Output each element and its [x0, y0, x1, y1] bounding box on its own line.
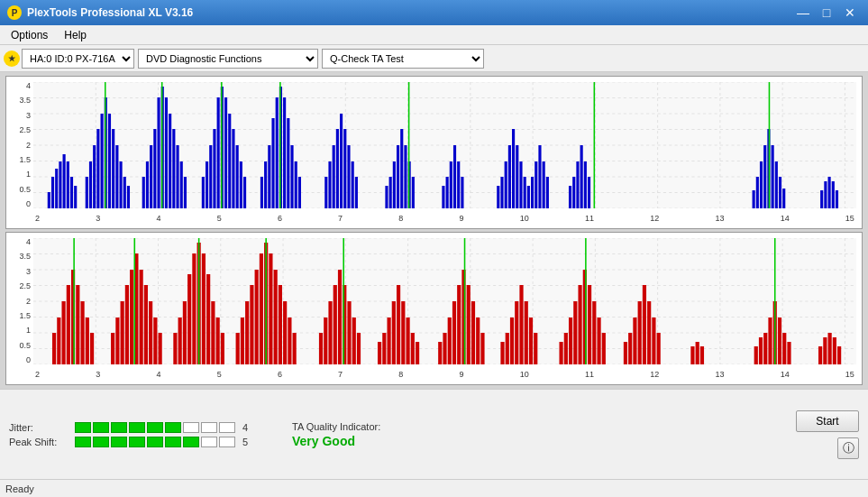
function-dropdown[interactable]: DVD Diagnostic Functions: [138, 49, 318, 69]
svg-rect-38: [115, 145, 118, 208]
svg-rect-81: [340, 114, 343, 208]
svg-rect-255: [633, 318, 636, 364]
svg-rect-45: [153, 129, 156, 208]
peakshift-bar: [75, 437, 235, 447]
svg-rect-266: [763, 333, 767, 364]
y-label-4b: 4: [26, 238, 31, 246]
minimize-button[interactable]: —: [792, 5, 814, 21]
svg-rect-245: [569, 318, 572, 364]
svg-rect-68: [268, 145, 270, 208]
bottom-chart-y-axis: 4 3.5 3 2.5 2 1.5 1 0.5 0: [6, 238, 33, 364]
svg-rect-175: [125, 285, 129, 364]
svg-rect-83: [347, 145, 350, 208]
svg-rect-233: [476, 318, 480, 364]
svg-rect-118: [584, 161, 587, 208]
svg-rect-75: [295, 161, 297, 208]
svg-rect-48: [165, 97, 168, 208]
svg-rect-242: [534, 333, 537, 364]
svg-rect-113: [546, 177, 549, 208]
svg-rect-205: [288, 318, 291, 364]
svg-rect-249: [588, 285, 591, 364]
x-label: 9: [460, 214, 464, 223]
svg-rect-202: [274, 270, 278, 364]
ps-seg-2: [93, 437, 109, 447]
svg-rect-105: [516, 145, 518, 208]
svg-rect-253: [624, 342, 627, 364]
jitter-seg-7: [183, 422, 199, 433]
svg-rect-207: [319, 333, 323, 364]
jitter-seg-8: [201, 422, 217, 433]
bottom-chart-x-axis: 2 3 4 5 6 7 8 9 10 11 12 13 14 15: [33, 366, 856, 382]
svg-rect-50: [172, 129, 175, 208]
svg-rect-60: [224, 97, 227, 208]
svg-rect-201: [269, 253, 272, 364]
action-buttons: Start ⓘ: [796, 410, 859, 459]
svg-rect-31: [89, 161, 92, 208]
svg-rect-130: [824, 181, 827, 208]
svg-rect-82: [343, 129, 346, 208]
svg-rect-264: [754, 346, 758, 364]
top-chart-svg: [33, 82, 856, 208]
svg-rect-44: [150, 145, 152, 208]
app-title: PlexTools Professional XL V3.16: [27, 6, 193, 19]
info-button[interactable]: ⓘ: [837, 437, 859, 459]
svg-rect-102: [505, 161, 507, 208]
svg-rect-119: [588, 177, 590, 208]
ta-quality-value: Very Good: [292, 434, 380, 448]
svg-rect-187: [192, 253, 196, 364]
menu-bar: Options Help: [0, 25, 868, 45]
svg-rect-56: [209, 145, 212, 208]
svg-rect-40: [123, 177, 126, 208]
svg-rect-261: [690, 346, 694, 364]
start-button[interactable]: Start: [796, 410, 859, 432]
menu-options[interactable]: Options: [4, 27, 55, 43]
svg-rect-95: [446, 177, 449, 208]
menu-help[interactable]: Help: [57, 27, 94, 43]
toolbar: ★ HA:0 ID:0 PX-716A DVD Diagnostic Funct…: [0, 45, 868, 72]
close-button[interactable]: ✕: [839, 5, 861, 21]
top-chart-container: 4 3.5 3 2.5 2 1.5 1 0.5 0: [5, 76, 863, 229]
svg-rect-204: [283, 301, 287, 364]
test-dropdown[interactable]: Q-Check TA Test: [322, 49, 484, 69]
svg-rect-219: [392, 301, 396, 364]
svg-rect-189: [202, 253, 206, 364]
svg-rect-89: [397, 145, 399, 208]
svg-rect-30: [86, 177, 88, 208]
jitter-seg-6: [165, 422, 181, 433]
x-label-b: 12: [650, 370, 659, 379]
svg-rect-256: [638, 301, 642, 364]
svg-rect-85: [355, 177, 358, 208]
svg-rect-228: [452, 301, 456, 364]
drive-dropdown[interactable]: HA:0 ID:0 PX-716A: [22, 49, 134, 69]
svg-rect-168: [76, 285, 79, 364]
x-label-b: 8: [398, 370, 403, 379]
svg-rect-61: [228, 114, 231, 208]
svg-rect-26: [63, 154, 66, 208]
svg-rect-115: [572, 177, 575, 208]
y-label-2: 2: [26, 142, 31, 150]
svg-rect-122: [760, 161, 763, 208]
svg-rect-112: [543, 161, 545, 208]
svg-rect-165: [61, 301, 65, 364]
svg-rect-232: [471, 301, 475, 364]
maximize-button[interactable]: □: [816, 5, 837, 21]
y-label-3b: 3: [26, 268, 31, 276]
svg-rect-69: [271, 118, 274, 208]
svg-rect-217: [382, 333, 386, 364]
title-bar-left: P PlexTools Professional XL V3.16: [7, 5, 193, 20]
svg-rect-203: [279, 285, 282, 364]
x-label: 13: [715, 214, 724, 223]
x-label: 10: [520, 214, 529, 223]
svg-rect-240: [525, 301, 528, 364]
svg-rect-185: [183, 301, 187, 364]
x-label-b: 13: [715, 370, 724, 379]
svg-rect-86: [385, 186, 388, 208]
svg-rect-208: [324, 318, 327, 364]
jitter-seg-2: [93, 422, 109, 433]
svg-rect-173: [115, 318, 119, 364]
svg-rect-235: [500, 342, 504, 364]
y-label-1b: 1: [26, 327, 31, 335]
svg-rect-132: [832, 181, 835, 208]
svg-rect-191: [211, 301, 215, 364]
svg-rect-33: [96, 129, 99, 208]
